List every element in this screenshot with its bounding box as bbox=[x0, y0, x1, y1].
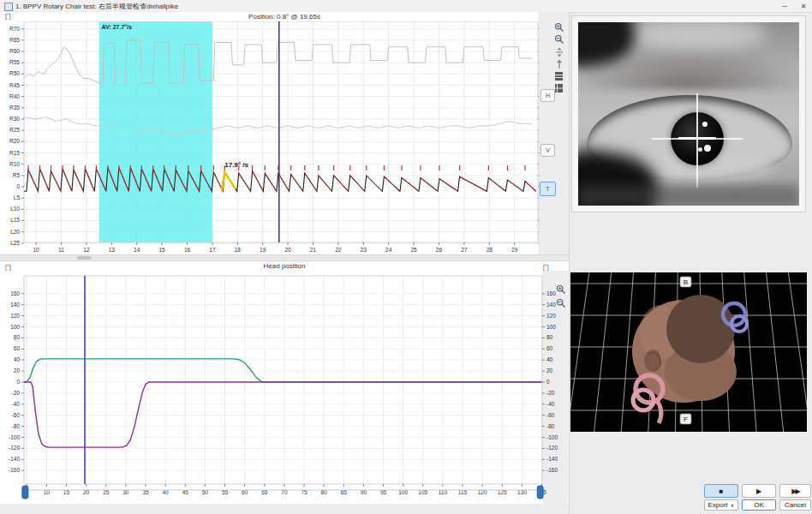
zoom-in-icon-bottom[interactable] bbox=[555, 284, 566, 295]
svg-text:14: 14 bbox=[134, 247, 140, 253]
fast-forward-icon: ▶▶ bbox=[791, 487, 798, 495]
svg-text:L10: L10 bbox=[10, 206, 20, 212]
svg-text:0: 0 bbox=[16, 183, 20, 189]
svg-text:R60: R60 bbox=[9, 48, 20, 54]
svg-text:60: 60 bbox=[14, 345, 21, 351]
svg-text:140: 140 bbox=[10, 302, 20, 308]
stop-button[interactable]: ■ bbox=[704, 484, 738, 498]
av-highlight-region[interactable] bbox=[99, 21, 212, 242]
svg-text:17.9° /s: 17.9° /s bbox=[224, 161, 248, 169]
tracking-crosshair-vertical bbox=[696, 93, 698, 188]
close-button[interactable]: ✕ bbox=[795, 0, 812, 12]
eye-camera-panel bbox=[571, 15, 806, 212]
front-label: F bbox=[684, 415, 688, 423]
degree-unit-bottom-left: [°] bbox=[5, 264, 11, 270]
svg-text:R35: R35 bbox=[9, 105, 20, 111]
v-axis-button[interactable]: V bbox=[540, 144, 555, 157]
svg-text:AV: 27.7°/s: AV: 27.7°/s bbox=[102, 24, 132, 30]
panel-divider bbox=[569, 12, 570, 514]
svg-text:21: 21 bbox=[310, 247, 317, 253]
head-3d-view[interactable]: B F bbox=[570, 272, 807, 432]
svg-text:-160: -160 bbox=[546, 467, 558, 473]
eye-camera-image bbox=[578, 22, 799, 206]
svg-text:R15: R15 bbox=[9, 150, 20, 156]
tracking-crosshair-center bbox=[678, 137, 716, 140]
minimize-button[interactable]: ─ bbox=[776, 0, 793, 12]
svg-text:120: 120 bbox=[10, 313, 20, 319]
svg-text:60: 60 bbox=[546, 345, 553, 351]
svg-text:R70: R70 bbox=[9, 26, 20, 32]
svg-text:20: 20 bbox=[284, 247, 291, 253]
svg-text:-20: -20 bbox=[12, 390, 21, 396]
svg-text:-80: -80 bbox=[12, 423, 21, 429]
svg-text:13: 13 bbox=[109, 247, 116, 253]
svg-text:R25: R25 bbox=[9, 127, 20, 133]
svg-text:22: 22 bbox=[335, 247, 342, 253]
svg-text:-80: -80 bbox=[546, 423, 555, 429]
fit-vertical-icon[interactable] bbox=[553, 46, 564, 57]
svg-text:40: 40 bbox=[14, 356, 21, 362]
chart-splitter[interactable] bbox=[0, 254, 569, 261]
t-axis-button[interactable]: T bbox=[540, 182, 556, 196]
svg-text:0: 0 bbox=[16, 379, 20, 385]
export-caret-icon: ▼ bbox=[731, 503, 735, 508]
svg-text:12: 12 bbox=[83, 247, 90, 253]
svg-text:-120: -120 bbox=[546, 445, 558, 451]
head-3d-panel: B F bbox=[570, 272, 807, 432]
back-label: B bbox=[684, 278, 688, 286]
degree-unit-top: [°] bbox=[5, 13, 11, 19]
svg-text:11: 11 bbox=[58, 247, 64, 253]
degree-unit-bottom-right: [°] bbox=[543, 264, 549, 270]
fast-forward-button[interactable]: ▶▶ bbox=[779, 484, 811, 498]
svg-text:-140: -140 bbox=[546, 456, 558, 462]
zoom-in-icon[interactable] bbox=[553, 21, 564, 33]
range-slider-right[interactable] bbox=[537, 486, 543, 499]
svg-text:R10: R10 bbox=[9, 161, 20, 167]
data-table-icon[interactable] bbox=[553, 70, 564, 81]
svg-text:R50: R50 bbox=[9, 70, 20, 76]
svg-text:24: 24 bbox=[385, 247, 392, 253]
svg-text:120: 120 bbox=[546, 313, 556, 319]
svg-text:R20: R20 bbox=[9, 138, 20, 144]
svg-text:20: 20 bbox=[14, 368, 21, 374]
svg-text:-100: -100 bbox=[9, 434, 20, 440]
export-button[interactable]: Export ▼ bbox=[704, 499, 738, 511]
svg-text:29: 29 bbox=[511, 247, 518, 253]
svg-text:-100: -100 bbox=[546, 434, 558, 440]
svg-text:25: 25 bbox=[410, 247, 417, 253]
position-chart[interactable]: AV: 27.7°/s10111213141516171819202122232… bbox=[0, 21, 540, 254]
svg-text:160: 160 bbox=[10, 290, 20, 296]
zoom-out-icon-bottom[interactable] bbox=[555, 297, 566, 308]
svg-text:L20: L20 bbox=[10, 229, 20, 235]
svg-text:80: 80 bbox=[546, 334, 553, 340]
app-icon bbox=[4, 3, 13, 11]
play-button[interactable]: ▶ bbox=[742, 484, 776, 498]
splitter-handle[interactable] bbox=[77, 256, 92, 260]
corneal-reflection-3 bbox=[698, 147, 702, 152]
top-chart-toolbar: H V T bbox=[539, 12, 569, 254]
svg-text:100: 100 bbox=[546, 324, 556, 330]
svg-text:-60: -60 bbox=[12, 412, 21, 418]
svg-text:-60: -60 bbox=[546, 412, 555, 418]
ok-button[interactable]: OK bbox=[742, 499, 776, 511]
svg-text:-160: -160 bbox=[9, 467, 20, 473]
svg-text:R55: R55 bbox=[9, 59, 20, 65]
head-position-chart[interactable]: 5101520253035404550556065707580859095100… bbox=[0, 271, 569, 504]
svg-text:100: 100 bbox=[10, 324, 20, 330]
svg-text:19: 19 bbox=[260, 247, 266, 253]
lower-shadow bbox=[578, 185, 799, 206]
svg-text:L5: L5 bbox=[14, 194, 21, 200]
export-label: Export bbox=[708, 501, 727, 509]
range-slider-left[interactable] bbox=[22, 486, 28, 499]
titlebar: 1. BPPV Rotary Chair test: 右后半规管检查dixhal… bbox=[0, 0, 812, 13]
pan-up-icon[interactable] bbox=[553, 58, 564, 69]
h-axis-button[interactable]: H bbox=[540, 89, 555, 102]
svg-text:28: 28 bbox=[487, 247, 493, 253]
zoom-out-icon[interactable] bbox=[553, 33, 564, 45]
window-title: 1. BPPV Rotary Chair test: 右后半规管检查dixhal… bbox=[15, 2, 178, 11]
cancel-button[interactable]: Cancel bbox=[779, 499, 811, 511]
svg-text:27: 27 bbox=[461, 247, 468, 253]
application-window: 1. BPPV Rotary Chair test: 右后半规管检查dixhal… bbox=[0, 0, 812, 514]
svg-text:18: 18 bbox=[235, 247, 242, 253]
svg-text:80: 80 bbox=[14, 334, 21, 340]
